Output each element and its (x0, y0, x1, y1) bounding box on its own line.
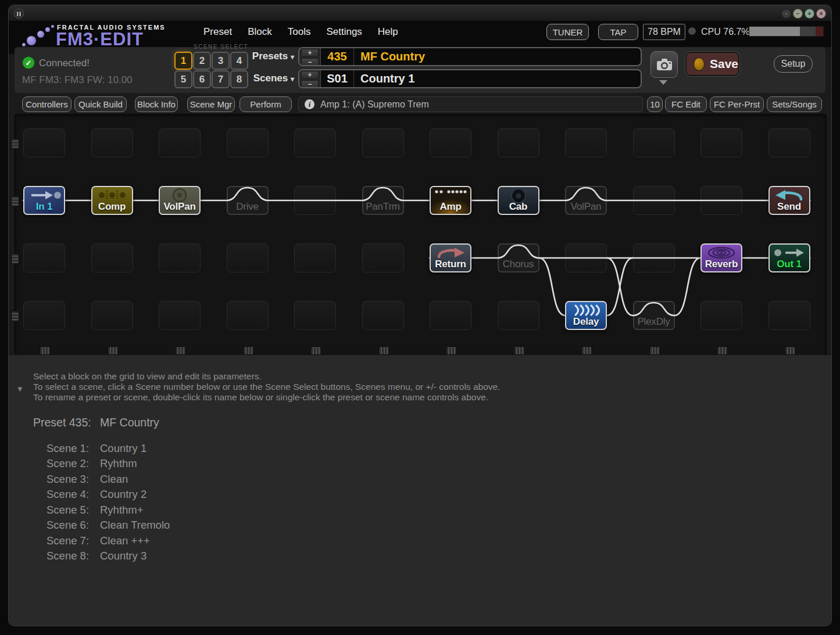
scene-list-name[interactable]: Country 2 (100, 488, 146, 501)
scene-list-label[interactable]: Scene 3: (47, 473, 89, 486)
grid-slot-empty[interactable] (91, 301, 133, 330)
grid-slot-empty[interactable] (91, 128, 133, 157)
scene-list-label[interactable]: Scene 5: (47, 504, 89, 516)
grid-slot-empty[interactable] (294, 243, 336, 272)
grid-slot-empty[interactable] (700, 301, 742, 330)
presets-dropdown[interactable]: Presets ▾ (246, 51, 294, 62)
scene-list-name[interactable]: Clean (100, 473, 128, 486)
minimize-icon[interactable]: − (793, 9, 803, 19)
grid-slot-empty[interactable] (159, 301, 201, 330)
scenes-dropdown[interactable]: Scenes ▾ (246, 73, 294, 84)
grid-slot-empty[interactable] (362, 301, 404, 330)
grid-slot-empty[interactable] (91, 243, 133, 272)
column-connector-nub[interactable] (310, 346, 321, 355)
scene-list-name[interactable]: Clean Tremolo (100, 519, 170, 532)
toolbar-button-perform[interactable]: Perform (240, 96, 292, 112)
grid-slot-empty[interactable] (700, 128, 742, 157)
grid-slot-empty[interactable] (633, 128, 675, 157)
grid-slot-empty[interactable] (362, 243, 404, 272)
grid-slot-empty[interactable] (768, 128, 810, 157)
block-bypassed-chorus[interactable]: Chorus (498, 243, 539, 272)
grid-slot-empty[interactable] (227, 243, 269, 272)
scene-list-name[interactable]: Ryhthm+ (100, 504, 144, 516)
block-return[interactable]: Return (430, 243, 471, 272)
toolbar-button-controllers[interactable]: Controllers (22, 96, 72, 112)
block-comp[interactable]: Comp (91, 186, 133, 215)
column-connector-nub[interactable] (40, 346, 51, 355)
block-cab[interactable]: Cab (498, 186, 539, 215)
toolbar-button-fc-per-prst[interactable]: FC Per-Prst (710, 96, 764, 112)
toolbar-button-scene-mgr[interactable]: Scene Mgr (187, 96, 235, 112)
grid-slot-empty[interactable] (498, 128, 539, 157)
scene-select-button-5[interactable]: 5 (174, 70, 192, 88)
menu-item-help[interactable]: Help (378, 26, 398, 38)
menu-item-block[interactable]: Block (248, 26, 272, 38)
setup-button[interactable]: Setup (774, 55, 813, 73)
collapse-arrow-icon[interactable]: ▼ (16, 385, 24, 393)
bpm-display[interactable]: 78 BPM (643, 24, 685, 40)
scene-select-button-2[interactable]: 2 (193, 52, 211, 70)
scene-name[interactable]: Country 1 (354, 70, 414, 87)
grid-slot-empty[interactable] (23, 301, 65, 330)
column-connector-nub[interactable] (514, 346, 525, 355)
column-connector-nub[interactable] (649, 346, 660, 355)
grid-slot-empty[interactable] (159, 128, 201, 157)
row-connector-nub[interactable] (11, 196, 19, 207)
column-connector-nub[interactable] (243, 346, 254, 355)
preset-increment-button[interactable]: + (301, 49, 319, 57)
column-connector-nub[interactable] (175, 346, 186, 355)
toolbar-button-block-info[interactable]: Block Info (135, 96, 178, 112)
grid-slot-empty[interactable] (159, 243, 201, 272)
column-connector-nub[interactable] (108, 346, 119, 355)
close-icon[interactable]: × (816, 9, 826, 19)
menu-item-preset[interactable]: Preset (203, 26, 232, 38)
column-connector-nub[interactable] (717, 346, 728, 355)
scene-number[interactable]: S01 (321, 70, 354, 87)
grid-slot-empty[interactable] (633, 186, 675, 215)
grid-slot-empty[interactable] (430, 128, 471, 157)
scene-decrement-button[interactable]: − (301, 80, 319, 88)
grid-slot-empty[interactable] (23, 243, 65, 272)
tuner-button[interactable]: TUNER (546, 24, 589, 40)
column-connector-nub[interactable] (378, 346, 389, 355)
row-connector-nub[interactable] (11, 253, 19, 264)
column-connector-nub[interactable] (581, 346, 592, 355)
grid-slot-empty[interactable] (633, 243, 675, 272)
scene-list-name[interactable]: Ryhthm (100, 457, 137, 470)
titlebar[interactable] (9, 5, 831, 21)
block-reverb[interactable]: Reverb (700, 243, 742, 272)
column-connector-nub[interactable] (785, 346, 796, 355)
row-connector-nub[interactable] (11, 138, 19, 149)
actual-size-icon[interactable]: ▫ (781, 9, 791, 19)
snapshot-button[interactable] (650, 51, 678, 78)
preset-overview-name[interactable]: MF Country (100, 416, 159, 429)
scene-list-label[interactable]: Scene 2: (47, 457, 89, 470)
scene-select-button-4[interactable]: 4 (230, 52, 248, 70)
menu-item-tools[interactable]: Tools (288, 26, 311, 38)
block-bypassed-volpan[interactable]: VolPan (565, 186, 607, 215)
grid-slot-empty[interactable] (294, 128, 336, 157)
menu-item-settings[interactable]: Settings (326, 26, 362, 38)
grid-slot-empty[interactable] (227, 128, 269, 157)
block-send[interactable]: Send (768, 186, 810, 215)
block-amp[interactable]: Amp (430, 186, 471, 215)
block-in-1[interactable]: In 1 (23, 186, 65, 215)
scene-list-label[interactable]: Scene 6: (47, 519, 89, 532)
grid-slot-empty[interactable] (768, 301, 810, 330)
grid-slot-empty[interactable] (565, 128, 607, 157)
grid-slot-empty[interactable] (294, 301, 336, 330)
toolbar-button-sets-songs[interactable]: Sets/Songs (767, 96, 822, 112)
preset-overview-label[interactable]: Preset 435: (33, 416, 91, 429)
scene-name-bar[interactable]: + − S01 Country 1 (298, 69, 642, 88)
row-connector-nub[interactable] (11, 311, 19, 322)
column-connector-nub[interactable] (446, 346, 457, 355)
block-volpan[interactable]: VolPan (159, 186, 201, 215)
scene-list-name[interactable]: Country 3 (100, 550, 146, 562)
preset-number[interactable]: 435 (321, 48, 354, 65)
block-out-1[interactable]: Out 1 (768, 243, 810, 272)
grid-slot-empty[interactable] (430, 301, 471, 330)
scene-list-label[interactable]: Scene 7: (47, 534, 89, 547)
scene-list-label[interactable]: Scene 8: (47, 550, 89, 562)
camera-more-arrow-icon[interactable] (659, 80, 667, 85)
scene-list-label[interactable]: Scene 4: (47, 488, 89, 501)
